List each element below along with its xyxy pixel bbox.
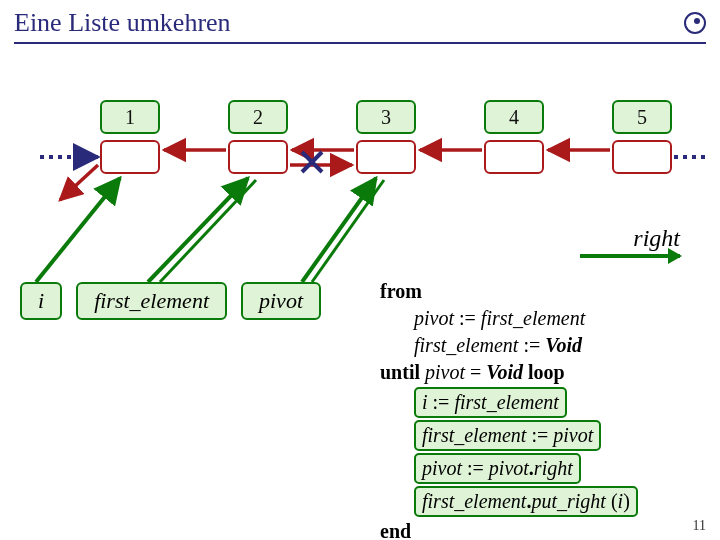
code-text: Void (545, 334, 582, 356)
code-text: := (454, 307, 481, 329)
slide-title: Eine Liste umkehren (14, 8, 231, 38)
hl-line-putright: first_element.put_right (i) (414, 486, 638, 517)
kw-loop: loop (523, 361, 565, 383)
code-text: first_element (422, 490, 526, 512)
code-text: pivot (489, 457, 529, 479)
kw-until: until (380, 361, 425, 383)
link-cell-1 (100, 140, 160, 174)
code-text: first_element (481, 307, 585, 329)
link-cell-5 (612, 140, 672, 174)
code-text: := (518, 334, 545, 356)
title-underline (14, 42, 706, 44)
data-cell-5: 5 (612, 100, 672, 134)
hl-line-i: i := first_element (414, 387, 567, 418)
data-cell-3: 3 (356, 100, 416, 134)
code-text: pivot (414, 307, 454, 329)
link-cell-4 (484, 140, 544, 174)
code-text: := (526, 424, 553, 446)
code-text: first_element (422, 424, 526, 446)
variable-boxes: i first_element pivot (20, 282, 321, 320)
code-text: Void (486, 361, 523, 383)
link-cell-3 (356, 140, 416, 174)
data-cell-4: 4 (484, 100, 544, 134)
right-field-arrow (580, 254, 680, 258)
code-text: first_element (454, 391, 558, 413)
code-text: ) (623, 490, 630, 512)
code-text: put_right (531, 490, 605, 512)
link-cell-2 (228, 140, 288, 174)
code-text: := (462, 457, 489, 479)
kw-end: end (380, 520, 411, 540)
hl-line-fe: first_element := pivot (414, 420, 601, 451)
logo-icon (684, 12, 706, 34)
page-number: 11 (693, 518, 706, 534)
data-cell-1: 1 (100, 100, 160, 134)
code-text: pivot (425, 361, 465, 383)
var-i: i (20, 282, 62, 320)
kw-from: from (380, 280, 422, 302)
data-cell-2: 2 (228, 100, 288, 134)
var-pivot: pivot (241, 282, 321, 320)
code-text: := (428, 391, 455, 413)
var-first-element: first_element (76, 282, 227, 320)
code-text: pivot (553, 424, 593, 446)
hl-line-pivot: pivot := pivot.right (414, 453, 581, 484)
code-text: right (534, 457, 573, 479)
code-text: first_element (414, 334, 518, 356)
code-text: = (465, 361, 486, 383)
pseudocode-block: from pivot := first_element first_elemen… (380, 278, 638, 540)
code-text: pivot (422, 457, 462, 479)
code-text: ( (606, 490, 618, 512)
linked-list-diagram: 1 2 3 4 5 (0, 100, 720, 200)
